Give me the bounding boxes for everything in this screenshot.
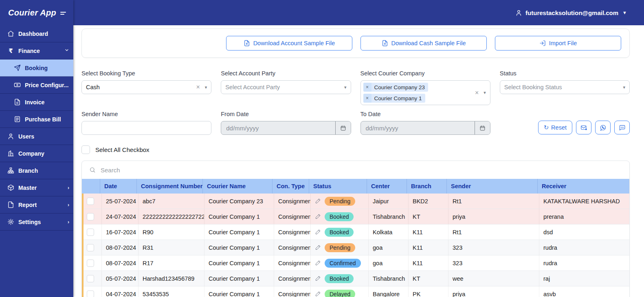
courier-company-label: Select Courier Company xyxy=(360,70,490,77)
status-badge: Delayed xyxy=(325,290,355,297)
cell-center: goa xyxy=(369,240,409,255)
cell-date: 25-07-2024 xyxy=(102,194,138,209)
cell-consignment-number: R90 xyxy=(138,224,204,240)
row-checkbox[interactable] xyxy=(87,290,94,297)
column-header[interactable]: Receiver xyxy=(538,179,629,194)
account-party-select[interactable]: Select Account Party ▾ xyxy=(221,80,351,94)
user-menu[interactable]: futurestacksolution@gmail.com ▼ xyxy=(515,9,627,16)
actions-card: Download Account Sample File Download Ca… xyxy=(81,29,630,58)
remove-tag-icon[interactable]: × xyxy=(363,94,371,103)
table-row[interactable]: 25-07-2024 abc7 Courier Company 23 Consi… xyxy=(82,194,629,209)
status-placeholder: Select Booking Status xyxy=(504,84,623,90)
sms-button[interactable] xyxy=(614,121,630,134)
button-label: Import File xyxy=(549,40,577,46)
table-row[interactable]: 08-07-2024 R17 Courier Company 1 Consign… xyxy=(82,255,629,271)
row-checkbox[interactable] xyxy=(87,213,94,220)
edit-status-icon[interactable] xyxy=(315,198,321,204)
edit-status-icon[interactable] xyxy=(315,213,321,220)
sidebar-item-dashboard[interactable]: Dashboard xyxy=(0,25,73,42)
clear-icon[interactable]: × xyxy=(196,84,200,91)
edit-status-icon[interactable] xyxy=(315,260,321,266)
calendar-icon[interactable] xyxy=(475,121,490,134)
edit-status-icon[interactable] xyxy=(315,275,321,282)
calendar-icon[interactable] xyxy=(335,121,351,134)
select-all-checkbox[interactable] xyxy=(81,145,90,154)
sidebar-item-company[interactable]: Company xyxy=(0,145,73,162)
column-header[interactable]: Sender xyxy=(447,179,538,194)
row-checkbox[interactable] xyxy=(87,244,94,251)
sidebar-item-finance[interactable]: ₹ Finance xyxy=(0,42,73,59)
edit-status-icon[interactable] xyxy=(315,244,321,251)
sidebar-item-price-configuration[interactable]: Price Configur... xyxy=(0,77,73,94)
cell-date: 04-07-2024 xyxy=(102,286,138,297)
table-row[interactable]: 05-07-2024 Harshad123456789 Courier Comp… xyxy=(82,271,629,286)
table-row[interactable]: 08-07-2024 R31 Courier Company 1 Consign… xyxy=(82,240,629,255)
caret-down-icon[interactable]: ▾ xyxy=(623,85,625,90)
remove-tag-icon[interactable]: × xyxy=(363,83,371,92)
cell-sender: 323 xyxy=(448,255,539,271)
cell-status: Pending xyxy=(311,194,369,209)
filters-row-1: Select Booking Type Cash × ▾ Select Acco… xyxy=(81,70,630,105)
booking-type-select[interactable]: Cash × ▾ xyxy=(81,80,211,94)
download-account-sample-button[interactable]: Download Account Sample File xyxy=(226,36,352,51)
reset-button[interactable]: ↻ Reset xyxy=(538,121,572,134)
status-badge: Booked xyxy=(325,212,354,221)
brand-logo: Courier App xyxy=(8,8,56,18)
cell-con-type: Consignment1 xyxy=(274,255,311,271)
sidebar-item-purchase-bill[interactable]: Purchase Bill xyxy=(0,111,73,128)
status-select[interactable]: Select Booking Status ▾ xyxy=(500,80,630,94)
select-all-row: Select All Checkbox xyxy=(81,145,630,154)
sidebar-item-settings[interactable]: Settings › xyxy=(0,213,73,231)
edit-status-icon[interactable] xyxy=(315,291,321,297)
row-checkbox[interactable] xyxy=(87,229,94,236)
sidebar-item-label: Finance xyxy=(18,48,60,54)
table-body: 25-07-2024 abc7 Courier Company 23 Consi… xyxy=(82,194,629,297)
sender-name-input[interactable] xyxy=(81,121,211,135)
column-header[interactable]: Courier Name xyxy=(203,179,273,194)
table-search-input[interactable] xyxy=(101,167,629,174)
courier-company-multiselect[interactable]: ×Courier Company 23×Courier Company 1 × … xyxy=(360,80,490,105)
sidebar-item-report[interactable]: Report › xyxy=(0,196,73,213)
caret-down-icon[interactable]: ▾ xyxy=(344,85,347,90)
column-header[interactable]: Date xyxy=(100,179,137,194)
table-row[interactable]: 16-07-2024 R90 Courier Company 1 Consign… xyxy=(82,224,629,240)
row-checkbox-cell xyxy=(84,224,102,240)
caret-down-icon[interactable]: ▾ xyxy=(205,85,207,90)
table-header: DateConsignment NumberCourier NameCon. T… xyxy=(82,179,629,194)
download-cash-sample-button[interactable]: Download Cash Sample File xyxy=(360,36,487,51)
edit-status-icon[interactable] xyxy=(315,229,321,235)
column-header[interactable]: Con. Type xyxy=(273,179,309,194)
clear-icon[interactable]: × xyxy=(475,89,479,97)
sidebar-item-booking[interactable]: Booking xyxy=(0,59,73,77)
whatsapp-button[interactable] xyxy=(595,121,611,134)
home-icon xyxy=(7,30,14,37)
cell-receiver: asvb xyxy=(539,286,629,297)
from-date-placeholder: dd/mm/yyyy xyxy=(221,121,335,134)
row-checkbox[interactable] xyxy=(87,260,94,267)
sidebar-item-users[interactable]: Users xyxy=(0,128,73,145)
caret-down-icon[interactable]: ▾ xyxy=(484,90,486,95)
sidebar-item-branch[interactable]: Branch xyxy=(0,162,73,179)
table-row[interactable]: 24-07-2024 22222222222222227223 Courier … xyxy=(82,209,629,224)
row-checkbox[interactable] xyxy=(87,198,94,205)
column-header[interactable]: Branch xyxy=(407,179,447,194)
sidebar: Courier App Dashboard ₹ Finance Booking … xyxy=(0,0,73,297)
cell-date: 16-07-2024 xyxy=(102,224,138,240)
to-date-input[interactable]: dd/mm/yyyy xyxy=(360,121,490,135)
send-email-button[interactable] xyxy=(576,121,591,134)
booking-type-label: Select Booking Type xyxy=(81,70,211,77)
sidebar-item-master[interactable]: Master › xyxy=(0,179,73,196)
cell-date: 05-07-2024 xyxy=(102,271,138,286)
sidebar-item-invoice[interactable]: Invoice xyxy=(0,94,73,111)
table-row[interactable]: 04-07-2024 53453535 Courier Company 1 Co… xyxy=(82,286,629,297)
row-checkbox[interactable] xyxy=(87,275,94,282)
user-email: futurestacksolution@gmail.com xyxy=(525,9,618,16)
import-file-button[interactable]: Import File xyxy=(495,36,621,51)
from-date-input[interactable]: dd/mm/yyyy xyxy=(221,121,351,135)
cell-receiver: rudra xyxy=(539,255,629,271)
cell-center: Jaipur xyxy=(369,194,409,209)
column-header[interactable]: Status xyxy=(309,179,367,194)
column-header[interactable]: Consignment Number xyxy=(137,179,203,194)
menu-toggle-icon[interactable] xyxy=(60,12,66,15)
column-header[interactable]: Center xyxy=(367,179,407,194)
